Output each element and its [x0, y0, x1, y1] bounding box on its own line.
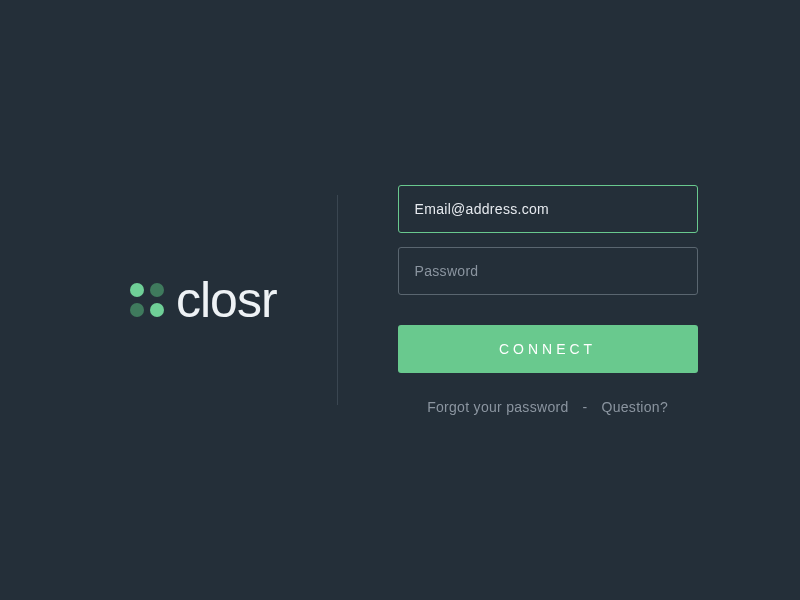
- forgot-password-link[interactable]: Forgot your password: [427, 399, 568, 415]
- auxiliary-links: Forgot your password - Question?: [398, 399, 698, 415]
- brand-section: closr: [130, 275, 337, 325]
- brand-logo: closr: [130, 275, 277, 325]
- brand-dots-icon: [130, 283, 164, 317]
- email-field[interactable]: [398, 185, 698, 233]
- brand-wordmark: closr: [176, 275, 277, 325]
- password-field[interactable]: [398, 247, 698, 295]
- login-form: CONNECT Forgot your password - Question?: [338, 185, 710, 415]
- question-link[interactable]: Question?: [602, 399, 669, 415]
- login-container: closr CONNECT Forgot your password - Que…: [0, 185, 800, 415]
- link-separator: -: [583, 399, 588, 415]
- connect-button[interactable]: CONNECT: [398, 325, 698, 373]
